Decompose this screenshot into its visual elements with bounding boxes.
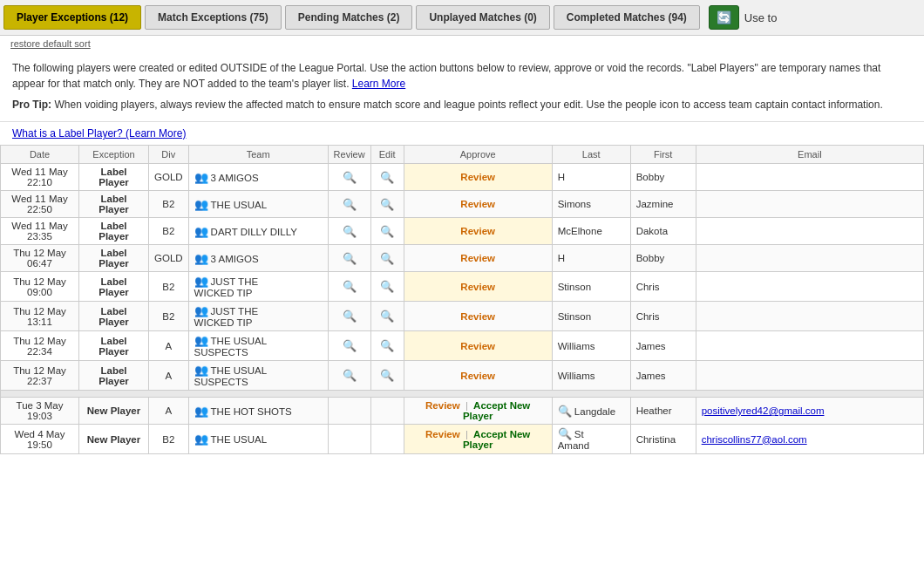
cell-approve: Review | Accept New Player	[404, 398, 552, 425]
cell-exception: New Player	[79, 425, 149, 454]
cell-first: Chris	[630, 302, 696, 331]
approve-review-link[interactable]: Review	[460, 172, 495, 182]
cell-exception: LabelPlayer	[79, 218, 149, 245]
cell-team: 👥THE USUAL	[188, 425, 328, 454]
approve-review-link[interactable]: Review	[460, 253, 495, 263]
review-search-icon[interactable]: 🔍	[343, 198, 357, 211]
pro-tip: Pro Tip: When voiding players, always re…	[12, 97, 912, 112]
cell-approve: Review	[404, 361, 552, 391]
team-icon: 👥	[194, 171, 208, 184]
edit-search-icon[interactable]: 🔍	[380, 339, 394, 352]
separator-row	[1, 391, 924, 398]
approve-review-link[interactable]: Review	[425, 429, 460, 439]
restore-bar: restore default sort	[0, 36, 924, 51]
cell-edit-icon[interactable]: 🔍	[370, 272, 404, 302]
cell-review-icon[interactable]: 🔍	[328, 331, 370, 361]
restore-sort-link[interactable]: restore default sort	[5, 37, 96, 51]
cell-first: Chris	[630, 272, 696, 302]
approve-review-link[interactable]: Review	[460, 341, 495, 351]
review-search-icon[interactable]: 🔍	[343, 171, 357, 184]
cell-review-icon[interactable]: 🔍	[328, 361, 370, 391]
cell-team: 👥3 AMIGOS	[188, 164, 328, 191]
cell-edit-icon[interactable]: 🔍	[370, 331, 404, 361]
table-row: Wed 11 May23:35 LabelPlayer B2 👥DART DIL…	[1, 218, 924, 245]
edit-search-icon[interactable]: 🔍	[380, 225, 394, 238]
cell-div: A	[149, 331, 189, 361]
review-search-icon[interactable]: 🔍	[343, 339, 357, 352]
col-header-review: Review	[328, 146, 370, 164]
tab-completed-matches[interactable]: Completed Matches (94)	[554, 5, 700, 30]
cell-div: GOLD	[149, 245, 189, 272]
cell-last: H	[552, 245, 630, 272]
edit-search-icon[interactable]: 🔍	[380, 310, 394, 323]
cell-last: McElhone	[552, 218, 630, 245]
cell-div: B2	[149, 302, 189, 331]
cell-exception: New Player	[79, 398, 149, 425]
edit-search-icon[interactable]: 🔍	[380, 252, 394, 265]
edit-search-icon[interactable]: 🔍	[380, 280, 394, 293]
col-header-team: Team	[188, 146, 328, 164]
email-link[interactable]: positivelyred42@gmail.com	[702, 405, 825, 416]
edit-search-icon[interactable]: 🔍	[380, 369, 394, 382]
cell-edit-icon[interactable]: 🔍	[370, 164, 404, 191]
cell-email	[696, 164, 923, 191]
cell-review-icon[interactable]: 🔍	[328, 164, 370, 191]
cell-approve: Review	[404, 302, 552, 331]
tab-player-exceptions[interactable]: Player Exceptions (12)	[3, 5, 141, 30]
last-search-icon[interactable]: 🔍	[558, 427, 572, 440]
email-link[interactable]: chriscollins77@aol.com	[702, 434, 807, 445]
cell-review-icon[interactable]: 🔍	[328, 302, 370, 331]
cell-date: Thu 12 May22:34	[1, 331, 79, 361]
edit-search-icon[interactable]: 🔍	[380, 171, 394, 184]
team-icon: 👥	[194, 364, 208, 377]
cell-approve: Review	[404, 331, 552, 361]
last-search-icon[interactable]: 🔍	[558, 405, 572, 418]
label-player-link[interactable]: What is a Label Player? (Learn More)	[12, 127, 186, 140]
cell-div: A	[149, 361, 189, 391]
tab-unplayed-matches[interactable]: Unplayed Matches (0)	[416, 5, 549, 30]
cell-review-icon[interactable]: 🔍	[328, 245, 370, 272]
cell-email	[696, 331, 923, 361]
approve-review-link[interactable]: Review	[460, 282, 495, 292]
cell-approve: Review | Accept New Player	[404, 425, 552, 454]
table-row: Thu 12 May22:34 LabelPlayer A 👥THE USUAL…	[1, 331, 924, 361]
review-search-icon[interactable]: 🔍	[343, 369, 357, 382]
cell-team: 👥JUST THEWICKED TIP	[188, 272, 328, 302]
learn-more-inline-link[interactable]: Learn More	[352, 78, 405, 90]
approve-review-link[interactable]: Review	[460, 311, 495, 322]
cell-edit-icon[interactable]: 🔍	[370, 245, 404, 272]
cell-edit-icon[interactable]: 🔍	[370, 218, 404, 245]
col-header-approve: Approve	[404, 146, 552, 164]
review-search-icon[interactable]: 🔍	[343, 225, 357, 238]
cell-date: Thu 12 May22:37	[1, 361, 79, 391]
cell-email: chriscollins77@aol.com	[696, 425, 923, 454]
col-header-last: Last	[552, 146, 630, 164]
cell-last: Stinson	[552, 272, 630, 302]
edit-search-icon[interactable]: 🔍	[380, 198, 394, 211]
cell-review-icon[interactable]: 🔍	[328, 218, 370, 245]
approve-review-link[interactable]: Review	[460, 226, 495, 236]
cell-edit-icon[interactable]: 🔍	[370, 302, 404, 331]
cell-review-icon[interactable]: 🔍	[328, 272, 370, 302]
cell-exception: LabelPlayer	[79, 191, 149, 218]
approve-accept-link[interactable]: Accept New Player	[463, 429, 530, 450]
table-row: Thu 12 May06:47 LabelPlayer GOLD 👥3 AMIG…	[1, 245, 924, 272]
approve-review-link[interactable]: Review	[460, 199, 495, 209]
cell-edit-icon[interactable]: 🔍	[370, 191, 404, 218]
tab-pending-matches[interactable]: Pending Matches (2)	[285, 5, 413, 30]
tab-match-exceptions[interactable]: Match Exceptions (75)	[145, 5, 282, 30]
approve-review-link[interactable]: Review	[460, 371, 495, 381]
review-search-icon[interactable]: 🔍	[343, 252, 357, 265]
cell-email	[696, 302, 923, 331]
approve-accept-link[interactable]: Accept New Player	[463, 400, 530, 421]
review-search-icon[interactable]: 🔍	[343, 280, 357, 293]
review-search-icon[interactable]: 🔍	[343, 310, 357, 323]
use-button[interactable]: 🔄	[709, 5, 739, 30]
cell-approve: Review	[404, 272, 552, 302]
cell-approve: Review	[404, 164, 552, 191]
cell-review-icon	[328, 398, 370, 425]
approve-review-link[interactable]: Review	[425, 400, 460, 411]
cell-review-icon[interactable]: 🔍	[328, 191, 370, 218]
cell-edit-icon[interactable]: 🔍	[370, 361, 404, 391]
cell-email	[696, 191, 923, 218]
